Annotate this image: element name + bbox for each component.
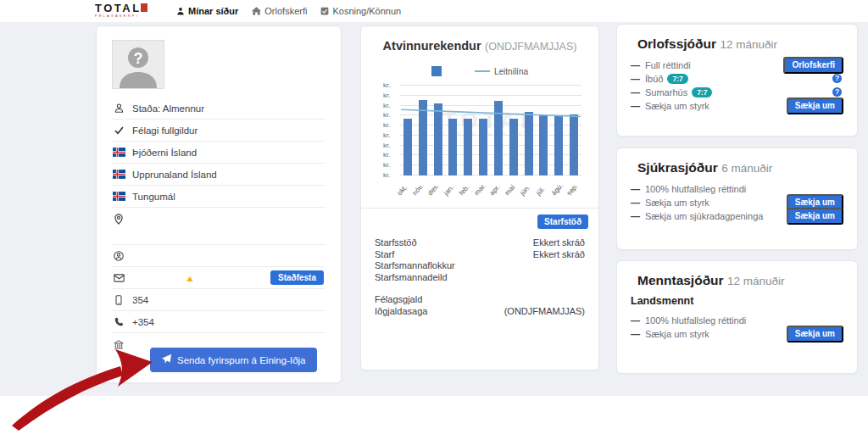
logo-subtitle: FÉLAGAKERFI	[95, 14, 166, 19]
apply-button[interactable]: Sækja um	[787, 326, 843, 343]
profile-card: ? Staða: Almennur Félagi fullgildur Þjóð…	[96, 25, 342, 383]
user-circle-icon	[112, 251, 125, 261]
logo[interactable]: TOTAL FÉLAGAKERFI	[95, 3, 166, 19]
ballot-check-icon	[320, 7, 329, 15]
phone-icon	[112, 317, 125, 326]
divider	[361, 208, 598, 209]
send-inquiry-label: Senda fyrirspurn á Eining-Iðja	[177, 355, 306, 365]
y-axis-tick: kr.	[383, 142, 390, 149]
bank-icon	[112, 340, 125, 349]
menntasjodur-card: Menntasjóður 12 mánuðir Landsmennt — 100…	[616, 260, 858, 374]
y-axis-tick: kr.	[383, 111, 390, 119]
orlofskerfi-button[interactable]: Orlofskerfi	[783, 57, 843, 74]
legend-trend[interactable]: Leitnilína	[475, 67, 528, 76]
field-value: Ekkert skráð	[533, 237, 585, 249]
fund-row-label: Sækja um styrk	[645, 329, 709, 339]
profile-row-label: Þjóðerni Ísland	[132, 148, 197, 158]
employment-fields: StarfsstöðEkkert skráð StarfEkkert skráð…	[375, 237, 585, 283]
fund-row-label: Sækja um styrk	[645, 198, 709, 208]
fund-title: Orlofssjóður 12 mánuðir	[631, 36, 843, 52]
legend-series-swatch	[431, 66, 442, 76]
iceland-flag-icon	[112, 148, 125, 157]
person-icon	[112, 103, 125, 113]
profile-row-label: Upprunaland Ísland	[132, 170, 217, 180]
fund-row-label: 100% hlutfallsleg réttindi	[645, 315, 746, 326]
profile-row-language: Tungumál	[112, 186, 326, 208]
y-axis-tick: kr.	[383, 171, 390, 179]
apply-button[interactable]: Sækja um	[787, 208, 843, 225]
legend-trend-label: Leitnilína	[494, 67, 528, 76]
trend-line	[400, 86, 581, 175]
avatar[interactable]: ?	[112, 40, 164, 89]
fund-title: Sjúkrasjóður 6 mánuðir	[631, 160, 843, 175]
dash-icon: —	[631, 101, 640, 111]
verify-email-button[interactable]: Staðfesta	[270, 270, 324, 285]
field-row: StarfEkkert skráð	[375, 249, 585, 261]
fund-period: 12 mánuðir	[720, 38, 777, 51]
profile-row-label: Staða: Almennur	[132, 103, 204, 114]
field-row: StarfsstöðEkkert skráð	[375, 237, 585, 249]
legend-series[interactable]	[431, 66, 446, 76]
y-axis-tick: kr.	[383, 121, 390, 129]
fee-fields: Félagsgjald Iðgjaldasaga(ONDJFMAMJJAS)	[375, 294, 585, 317]
fund-row: — 100% hlutfallsleg réttindi	[631, 182, 843, 195]
svg-text:?: ?	[134, 50, 143, 67]
y-axis-tick: kr.	[383, 102, 390, 109]
chart-x-axis-labels: okt.nóv.des.jan.feb.mar.apr.maíjún.júl.á…	[400, 175, 581, 199]
profile-row-personal-id	[112, 245, 326, 267]
chart-legend: Leitnilína	[375, 65, 585, 77]
dash-icon: —	[631, 329, 640, 339]
profile-row-status: Staða: Almennur	[112, 97, 326, 120]
profile-row-nationality: Þjóðerni Ísland	[112, 142, 326, 164]
page: TOTAL FÉLAGAKERFI Mínar síður Orlofskerf…	[0, 0, 868, 440]
y-axis-tick: kr.	[383, 92, 390, 99]
ratio-tag[interactable]: 7:7	[692, 87, 712, 97]
nav-item-minar-sidur[interactable]: Mínar síður	[176, 6, 238, 16]
fund-row: — Sækja um styrk Sækja um	[631, 327, 843, 340]
y-axis-tick: kr.	[383, 81, 390, 89]
bar-chart: TOTAL FÉLAGAKERFI kr.kr.kr.kr.kr.kr.kr.k…	[400, 86, 581, 175]
logo-red-block	[141, 3, 147, 12]
fund-row-label: Sækja um styrk	[645, 101, 709, 111]
envelope-icon	[112, 274, 125, 282]
ratio-tag[interactable]: 7:7	[667, 74, 687, 84]
fund-title: Menntasjóður 12 mánuðir	[631, 273, 843, 288]
nav-item-kosning-konnun[interactable]: Kosning/Könnun	[320, 6, 401, 16]
y-axis-tick: kr.	[383, 151, 390, 159]
help-icon[interactable]: ?	[832, 74, 842, 83]
fund-row-label: Íbúð	[645, 74, 663, 84]
send-inquiry-button[interactable]: Senda fyrirspurn á Eining-Iðja	[150, 348, 317, 372]
nav-item-orlofskerfi[interactable]: Orlofskerfi	[252, 6, 307, 16]
fund-row: — Sumarhús 7:7 ?	[631, 86, 843, 98]
iceland-flag-icon	[112, 192, 125, 201]
field-row: Félagsgjald	[375, 294, 585, 306]
legend-trend-line	[475, 70, 490, 72]
fund-subtitle: Landsmennt	[631, 295, 843, 307]
profile-row-label: Félagi fullgildur	[132, 125, 198, 136]
profile-row-mobile: 354	[112, 289, 326, 311]
paper-plane-icon	[161, 354, 172, 366]
starfstod-badge[interactable]: Starfstöð	[537, 214, 588, 229]
fund-row-label: Sumarhús	[645, 87, 687, 97]
profile-row-email: ▲! Staðfesta	[112, 267, 326, 289]
fund-row: — Full réttindi Orlofskerfi	[631, 58, 843, 71]
person-icon	[176, 7, 185, 15]
profile-row-address	[112, 208, 326, 245]
fund-row-label: 100% hlutfallsleg réttindi	[645, 184, 746, 194]
fund-period: 12 mánuðir	[727, 275, 785, 287]
fund-row: — Sækja um styrk Sækja um	[631, 196, 843, 209]
check-icon	[112, 125, 125, 135]
apply-button[interactable]: Sækja um	[787, 97, 843, 114]
field-label: Félagsgjald	[375, 294, 422, 306]
logo-title: TOTAL	[95, 3, 166, 14]
dash-icon: —	[631, 198, 640, 208]
fund-title-text: Menntasjóður	[637, 273, 724, 287]
field-row: Starfsmannaflokkur	[375, 260, 585, 272]
location-icon	[112, 214, 125, 225]
field-label: Starfsstöð	[375, 237, 417, 249]
profile-row-label: +354	[132, 317, 154, 327]
fund-row-label: Full réttindi	[645, 60, 691, 70]
help-icon[interactable]: ?	[832, 87, 842, 97]
field-row: Starfsmannadeild	[375, 272, 585, 284]
field-label: Starfsmannadeild	[375, 272, 448, 284]
